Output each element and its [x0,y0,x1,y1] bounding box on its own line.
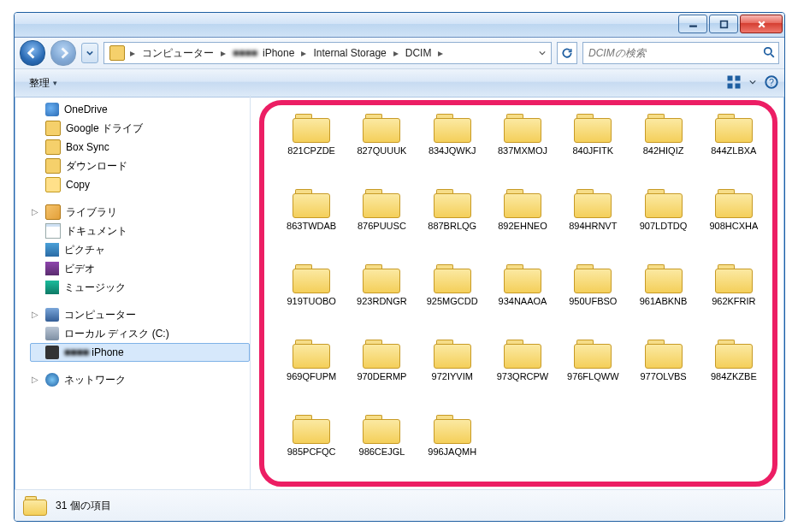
folder-icon [434,112,471,143]
close-button[interactable] [740,15,783,33]
folder-item[interactable]: 840JFITK [558,107,628,182]
refresh-button[interactable] [557,42,577,64]
address-dropdown[interactable] [535,50,549,56]
folder-item[interactable]: 907LDTDQ [628,182,698,257]
folder-item[interactable]: 894HRNVT [558,182,628,257]
sidebar-libraries[interactable]: ▷ ライブラリ [30,203,250,222]
sidebar-item[interactable]: OneDrive [30,100,250,119]
sidebar-item[interactable]: ドキュメント [30,222,250,240]
folder-label: 834JQWKJ [429,145,476,157]
folder-icon [363,338,400,369]
folder-item[interactable]: 842HIQIZ [628,107,698,182]
folder-grid[interactable]: 821CPZDE 827QUUUK 834JQWKJ 837MXMOJ 840J… [276,107,769,482]
sidebar-item-label: Google ドライブ [66,121,143,136]
folder-icon [645,263,683,293]
forward-button[interactable] [50,40,76,66]
sidebar-computer[interactable]: ▷ コンピューター [30,305,250,324]
mus-icon [45,281,59,294]
folder-item[interactable]: 996JAQMH [417,408,488,483]
folder-icon [715,187,753,218]
sidebar-item-label: ダウンロード [66,158,127,174]
folder-item[interactable]: 961ABKNB [628,257,698,333]
folder-icon [574,187,612,218]
folder-item[interactable]: 984ZKZBE [699,333,769,408]
folder-item[interactable]: 986CEJGL [346,408,417,483]
folder-item[interactable]: 876PUUSC [346,182,417,257]
folder-item[interactable]: 977OLVBS [628,333,698,408]
folder-item[interactable]: 919TUOBO [276,257,346,333]
crumb-dcim[interactable]: DCIM [400,44,437,62]
folder-label: 844ZLBXA [711,145,756,157]
crumb-device[interactable]: iPhone [263,44,299,62]
crumb-internal[interactable]: Internal Storage [308,44,391,62]
folder-item[interactable]: 892EHNEO [488,182,558,257]
folder-item[interactable]: 834JQWKJ [417,107,488,182]
folder-item[interactable]: 821CPZDE [276,107,346,182]
folder-icon [293,112,330,143]
folder-item[interactable]: 969QFUPM [276,333,346,408]
folder-item[interactable]: 887BRLQG [417,182,488,257]
minimize-button[interactable] [678,15,707,33]
sidebar-item[interactable]: Copy [30,175,250,194]
sidebar-item-label: ライブラリ [66,204,117,220]
folder-icon [23,495,47,516]
sidebar-item[interactable]: Box Sync [30,138,250,157]
main-pane: 821CPZDE 827QUUUK 834JQWKJ 837MXMOJ 840J… [251,95,784,490]
folder-icon [45,158,61,174]
folder-icon [434,413,471,444]
folder-item[interactable]: 950UFBSO [558,257,628,333]
sidebar-item-selected[interactable]: ■■■■ iPhone [30,343,250,362]
folder-item[interactable]: 985PCFQC [276,408,346,483]
folder-item[interactable]: 972IYVIM [417,333,488,408]
pic-icon [45,243,59,257]
folder-label: 925MGCDD [427,295,478,307]
svg-rect-9 [736,84,741,89]
folder-item[interactable]: 925MGCDD [417,257,488,333]
help-icon[interactable]: ? [764,74,779,90]
status-count: 31 個の項目 [56,499,111,513]
svg-text:?: ? [769,77,774,87]
folder-item[interactable]: 934NAAOA [488,257,558,333]
folder-icon [715,263,753,293]
address-bar[interactable]: ▸ コンピューター ▸ ■■■■ iPhone ▸ Internal Stora… [103,42,552,64]
view-icon[interactable] [726,74,742,90]
folder-icon [293,413,330,444]
sidebar-item-label: ミュージック [64,280,126,295]
search-box[interactable] [582,42,779,64]
folder-item[interactable]: 973QRCPW [488,333,558,408]
phone-icon [45,346,59,359]
crumb-computer[interactable]: コンピューター [137,44,219,62]
sidebar-item[interactable]: ピクチャ [30,240,250,259]
folder-item[interactable]: 970DERMP [346,333,417,408]
sidebar-item[interactable]: ダウンロード [30,157,250,175]
arrow-left-icon [27,47,38,59]
folder-item[interactable]: 844ZLBXA [699,107,769,182]
view-dropdown[interactable] [748,74,757,90]
folder-item[interactable]: 976FLQWW [558,333,628,408]
svg-rect-1 [720,21,727,27]
folder-item[interactable]: 827QUUUK [346,107,417,182]
sidebar-item[interactable]: Google ドライブ [30,119,250,138]
sidebar-item[interactable]: ビデオ [30,259,250,278]
folder-icon [45,139,61,155]
folder-icon [645,338,683,369]
vid-icon [45,262,59,275]
folder-item[interactable]: 863TWDAB [276,182,346,257]
crumb-device-hidden[interactable]: ■■■■ [228,44,263,62]
folder-label: 950UFBSO [569,295,617,307]
folder-item[interactable]: 908HCXHA [699,182,769,257]
folder-label: 827QUUUK [357,145,406,157]
folder-icon [574,112,612,143]
folder-label: 970DERMP [357,370,406,382]
folder-item[interactable]: 837MXMOJ [488,107,558,182]
sidebar-item[interactable]: ローカル ディスク (C:) [30,324,250,343]
folder-item[interactable]: 923RDNGR [346,257,417,333]
maximize-button[interactable] [709,15,738,33]
search-input[interactable] [587,46,763,60]
back-button[interactable] [20,40,45,66]
sidebar-network[interactable]: ▷ ネットワーク [30,370,250,389]
history-dropdown[interactable] [81,43,98,63]
folder-item[interactable]: 962KFRIR [699,257,769,333]
sidebar-item[interactable]: ミュージック [30,278,250,297]
organize-button[interactable]: 整理 ▾ [21,74,65,93]
